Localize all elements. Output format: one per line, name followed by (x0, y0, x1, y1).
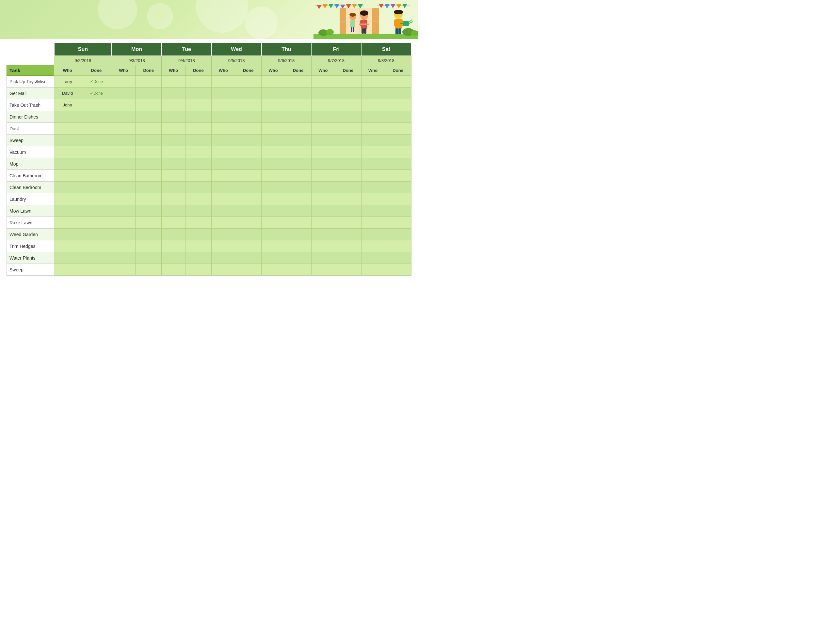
mon-done-cell[interactable] (135, 229, 162, 240)
fri-done-cell[interactable] (335, 181, 361, 193)
sat-who-cell[interactable] (361, 99, 385, 111)
sun-who-cell[interactable] (54, 158, 81, 170)
wed-done-cell[interactable] (235, 205, 261, 217)
wed-who-cell[interactable] (212, 88, 235, 99)
mon-done-cell[interactable] (135, 193, 162, 205)
sun-done-cell[interactable] (81, 217, 112, 229)
sun-done-cell[interactable] (81, 240, 112, 252)
sat-done-cell[interactable] (385, 264, 411, 276)
thu-who-cell[interactable] (261, 88, 285, 99)
sat-done-cell[interactable] (385, 193, 411, 205)
thu-done-cell[interactable] (285, 217, 312, 229)
tue-done-cell[interactable] (185, 88, 212, 99)
tue-who-cell[interactable] (162, 252, 185, 264)
fri-who-cell[interactable] (311, 217, 335, 229)
sat-who-cell[interactable] (361, 158, 385, 170)
mon-done-cell[interactable] (135, 146, 162, 158)
table-row[interactable]: Mow Lawn (7, 205, 411, 217)
thu-done-cell[interactable] (285, 76, 312, 88)
tue-done-cell[interactable] (185, 158, 212, 170)
wed-done-cell[interactable] (235, 240, 261, 252)
mon-done-cell[interactable] (135, 217, 162, 229)
thu-done-cell[interactable] (285, 229, 312, 240)
sat-who-cell[interactable] (361, 170, 385, 181)
thu-done-cell[interactable] (285, 264, 312, 276)
wed-who-cell[interactable] (212, 170, 235, 181)
fri-who-cell[interactable] (311, 193, 335, 205)
fri-who-cell[interactable] (311, 229, 335, 240)
mon-who-cell[interactable] (112, 170, 135, 181)
sat-who-cell[interactable] (361, 111, 385, 123)
wed-who-cell[interactable] (212, 217, 235, 229)
table-row[interactable]: Sweep (7, 264, 411, 276)
mon-who-cell[interactable] (112, 111, 135, 123)
sat-who-cell[interactable] (361, 123, 385, 134)
fri-done-cell[interactable] (335, 76, 361, 88)
thu-done-cell[interactable] (285, 158, 312, 170)
fri-who-cell[interactable] (311, 88, 335, 99)
mon-who-cell[interactable] (112, 229, 135, 240)
fri-done-cell[interactable] (335, 240, 361, 252)
thu-who-cell[interactable] (261, 111, 285, 123)
mon-done-cell[interactable] (135, 181, 162, 193)
wed-done-cell[interactable] (235, 123, 261, 134)
table-row[interactable]: Rake Lawn (7, 217, 411, 229)
sat-done-cell[interactable] (385, 146, 411, 158)
thu-done-cell[interactable] (285, 193, 312, 205)
tue-done-cell[interactable] (185, 181, 212, 193)
sat-who-cell[interactable] (361, 181, 385, 193)
sat-who-cell[interactable] (361, 240, 385, 252)
mon-who-cell[interactable] (112, 217, 135, 229)
tue-who-cell[interactable] (162, 193, 185, 205)
sun-done-cell[interactable] (81, 111, 112, 123)
tue-who-cell[interactable] (162, 134, 185, 146)
tue-done-cell[interactable] (185, 99, 212, 111)
table-row[interactable]: Get MailDavid✓Done (7, 88, 411, 99)
sat-done-cell[interactable] (385, 252, 411, 264)
wed-done-cell[interactable] (235, 99, 261, 111)
mon-done-cell[interactable] (135, 134, 162, 146)
wed-who-cell[interactable] (212, 123, 235, 134)
sun-done-cell[interactable] (81, 158, 112, 170)
sat-done-cell[interactable] (385, 76, 411, 88)
sat-done-cell[interactable] (385, 99, 411, 111)
tue-who-cell[interactable] (162, 229, 185, 240)
wed-who-cell[interactable] (212, 181, 235, 193)
sun-done-cell[interactable] (81, 264, 112, 276)
mon-done-cell[interactable] (135, 76, 162, 88)
wed-who-cell[interactable] (212, 99, 235, 111)
wed-who-cell[interactable] (212, 158, 235, 170)
sun-done-cell[interactable] (81, 99, 112, 111)
mon-done-cell[interactable] (135, 264, 162, 276)
sat-done-cell[interactable] (385, 240, 411, 252)
mon-done-cell[interactable] (135, 170, 162, 181)
mon-who-cell[interactable] (112, 134, 135, 146)
thu-done-cell[interactable] (285, 181, 312, 193)
wed-who-cell[interactable] (212, 76, 235, 88)
tue-who-cell[interactable] (162, 264, 185, 276)
wed-done-cell[interactable] (235, 181, 261, 193)
tue-who-cell[interactable] (162, 170, 185, 181)
thu-who-cell[interactable] (261, 123, 285, 134)
tue-done-cell[interactable] (185, 146, 212, 158)
fri-done-cell[interactable] (335, 146, 361, 158)
mon-done-cell[interactable] (135, 205, 162, 217)
tue-done-cell[interactable] (185, 111, 212, 123)
tue-done-cell[interactable] (185, 193, 212, 205)
fri-who-cell[interactable] (311, 134, 335, 146)
thu-who-cell[interactable] (261, 146, 285, 158)
sun-done-cell[interactable] (81, 205, 112, 217)
mon-who-cell[interactable] (112, 181, 135, 193)
thu-done-cell[interactable] (285, 88, 312, 99)
wed-who-cell[interactable] (212, 205, 235, 217)
wed-done-cell[interactable] (235, 88, 261, 99)
thu-done-cell[interactable] (285, 252, 312, 264)
mon-done-cell[interactable] (135, 99, 162, 111)
table-row[interactable]: Sweep (7, 134, 411, 146)
table-row[interactable]: Water Plants (7, 252, 411, 264)
mon-who-cell[interactable] (112, 205, 135, 217)
table-row[interactable]: Trim Hedges (7, 240, 411, 252)
wed-who-cell[interactable] (212, 111, 235, 123)
sat-who-cell[interactable] (361, 88, 385, 99)
sun-who-cell[interactable] (54, 181, 81, 193)
